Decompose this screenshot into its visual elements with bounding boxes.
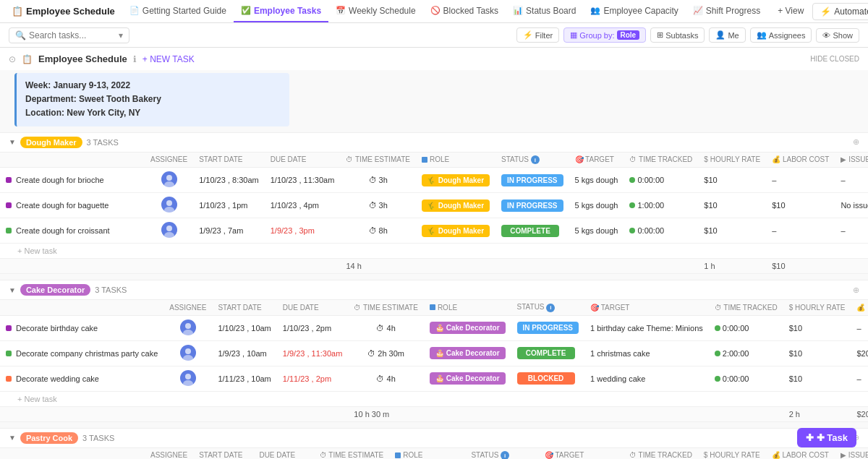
table-header-row: ASSIGNEE START DATE DUE DATE ⏱ TIME ESTI… — [0, 448, 868, 459]
search-input[interactable] — [29, 30, 116, 40]
due-date-text: 1/11/23 , 2pm — [283, 374, 331, 383]
new-task-row[interactable]: + New task — [0, 391, 868, 406]
collapse-icon[interactable]: ⊙ — [9, 54, 16, 64]
group-by-button[interactable]: ▦ Group by: Role — [563, 27, 646, 43]
table-row[interactable]: Decorate company christmas party cake 1/… — [0, 340, 868, 366]
th-start: START DATE — [212, 300, 276, 315]
status-cell: COMPLETE — [511, 340, 584, 366]
automate-button[interactable]: ⚡ Automate ▾ — [812, 3, 868, 20]
due-date-cell: 1/9/23 , 11:30am — [277, 340, 349, 366]
tab-shift-progress[interactable]: 📈Shift Progress — [686, 0, 767, 22]
start-date-cell: 1/10/23 , 1pm — [193, 193, 265, 218]
tab-status-board[interactable]: 📊Status Board — [506, 0, 583, 22]
add-task-icon: ✚ — [806, 432, 814, 443]
group-header-cake-decorator: ▼ Cake Decorator 3 TASKS ⊕ — [0, 280, 868, 300]
tracked-time: 0:00:00 — [629, 176, 692, 184]
table-row[interactable]: Decorate wedding cake 1/11/23 , 10am 1/1… — [0, 366, 868, 391]
table-row[interactable]: Create dough for baguette 1/10/23 , 1pm … — [0, 193, 868, 218]
tracked-value: 0:00:00 — [637, 226, 664, 235]
th-assignee: ASSIGNEE — [145, 153, 193, 168]
add-task-button[interactable]: ✚ ✚ Task — [797, 428, 856, 447]
table-row[interactable]: Create dough for brioche 1/10/23 , 8:30a… — [0, 168, 868, 193]
new-task-cell[interactable]: + New task — [0, 244, 868, 259]
th-issues: ▶ ISSUES — [835, 153, 868, 168]
app-title-text: Employee Schedule — [26, 6, 115, 17]
es-info-icon[interactable]: ℹ — [133, 54, 137, 64]
labor-cell: – — [766, 168, 835, 193]
group-toggle-dough-maker[interactable]: ▼ — [9, 138, 16, 146]
group-toggle-cake-decorator[interactable]: ▼ — [9, 286, 16, 294]
assignee-cell[interactable] — [163, 340, 212, 366]
es-new-task-button[interactable]: + NEW TASK — [142, 54, 195, 64]
svg-point-4 — [166, 200, 172, 206]
search-icon: 🔍 — [15, 30, 26, 40]
status-badge: COMPLETE — [501, 225, 559, 237]
groups-container: ▼ Dough Maker 3 TASKS ⊕ ASSIGNEE START D… — [0, 132, 868, 459]
task-name-cell[interactable]: Decorate company christmas party cake — [0, 340, 163, 366]
tab-getting-started[interactable]: 📄Getting Started Guide — [122, 0, 234, 22]
add-task-area: ✚ ✚ Task — [797, 428, 856, 447]
group-toggle-pastry-cook[interactable]: ▼ — [9, 434, 16, 442]
status-badge: COMPLETE — [517, 347, 575, 359]
hourly-cell: $10 — [783, 340, 851, 366]
start-date-cell: 1/9/23 , 7am — [193, 218, 265, 244]
assignee-cell[interactable] — [145, 168, 193, 193]
group-section-pastry-cook: ▼ Pastry Cook 3 TASKS ⊕ ASSIGNEE START D… — [0, 428, 868, 459]
tab-label: Employee Tasks — [254, 6, 321, 16]
task-name-cell[interactable]: Create dough for baguette — [0, 193, 145, 218]
task-name-cell[interactable]: Decorate birthday cake — [0, 315, 163, 340]
task-color-dot — [6, 202, 12, 208]
due-date-cell: 1/9/23 , 3pm — [265, 218, 341, 244]
assignee-cell[interactable] — [163, 315, 212, 340]
show-button[interactable]: 👁 Show — [816, 28, 859, 43]
group-actions-dough-maker[interactable]: ⊕ — [853, 137, 859, 147]
status-cell: COMPLETE — [495, 218, 569, 244]
group-badge-pastry-cook: Pastry Cook — [20, 432, 78, 444]
start-date-cell: 1/10/23 , 8:30am — [193, 168, 265, 193]
new-task-cell[interactable]: + New task — [0, 391, 868, 406]
task-name-text: Decorate company christmas party cake — [16, 349, 158, 358]
tab-blocked-tasks[interactable]: 🚫Blocked Tasks — [423, 0, 506, 22]
tracked-dot — [629, 228, 635, 233]
assignee-cell[interactable] — [145, 218, 193, 244]
th-task — [0, 153, 145, 168]
tab-icon: 🚫 — [430, 6, 441, 15]
new-task-row[interactable]: + New task — [0, 244, 868, 259]
status-badge: IN PROGRESS — [517, 322, 579, 334]
automate-icon: ⚡ — [820, 7, 831, 17]
main-content: ⊙ 📋 Employee Schedule ℹ + NEW TASK HIDE … — [0, 48, 868, 459]
group-by-value: Role — [617, 30, 640, 40]
me-button[interactable]: 👤 Me — [709, 27, 745, 43]
info-loc-row: Location: New York City, NY — [25, 106, 281, 120]
tab-employee-tasks[interactable]: ✅Employee Tasks — [234, 0, 328, 22]
hourly-cell: $10 — [698, 193, 766, 218]
task-name-cell[interactable]: Create dough for croissant — [0, 218, 145, 244]
task-color-dot — [6, 325, 12, 331]
assignee-cell[interactable] — [145, 193, 193, 218]
target-cell: 1 wedding cake — [584, 366, 709, 391]
tab-weekly-schedule[interactable]: 📅Weekly Schedule — [328, 0, 423, 22]
task-color-dot — [6, 351, 12, 356]
assignee-cell[interactable] — [163, 366, 212, 391]
status-badge: IN PROGRESS — [501, 174, 563, 186]
tab-employee-capacity[interactable]: 👥Employee Capacity — [583, 0, 685, 22]
th-assignee: ASSIGNEE — [145, 448, 193, 459]
search-box[interactable]: 🔍 ▾ — [9, 27, 129, 43]
group-actions-cake-decorator[interactable]: ⊕ — [853, 286, 859, 295]
subtasks-button[interactable]: ⊞ Subtasks — [650, 27, 705, 43]
task-name-cell[interactable]: Create dough for brioche — [0, 168, 145, 193]
subtotal-middle — [416, 259, 698, 274]
app-title: 📋 Employee Schedule — [6, 6, 121, 17]
info-loc-label: Location: — [25, 108, 64, 118]
role-badge: 🎂 Cake Decorator — [430, 347, 506, 359]
due-date-text: 1/9/23 , 3pm — [271, 226, 315, 235]
tab-add-view[interactable]: + View — [767, 0, 811, 22]
assignees-icon: 👥 — [757, 30, 767, 40]
subtotal-tracked: 1 h — [698, 259, 766, 274]
task-name-cell[interactable]: Decorate wedding cake — [0, 366, 163, 391]
filter-button[interactable]: ⚡ Filter — [516, 27, 559, 43]
table-row[interactable]: Create dough for croissant 1/9/23 , 7am … — [0, 218, 868, 244]
assignees-button[interactable]: 👥 Assignees — [750, 27, 812, 43]
subtotal-labor: $20 — [851, 406, 868, 421]
table-row[interactable]: Decorate birthday cake 1/10/23 , 10am 1/… — [0, 315, 868, 340]
